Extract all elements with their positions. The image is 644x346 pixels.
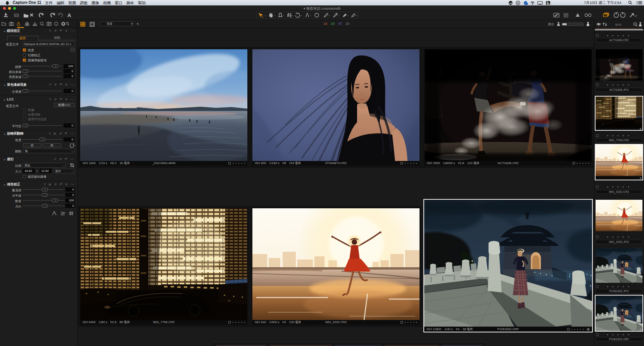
svg-text:LINE: LINE [509, 2, 512, 4]
svg-text:!: ! [577, 14, 578, 17]
svg-text:.: . [71, 15, 72, 19]
svg-text:6/10: 6/10 [615, 23, 622, 26]
svg-text:A: A [67, 12, 71, 18]
